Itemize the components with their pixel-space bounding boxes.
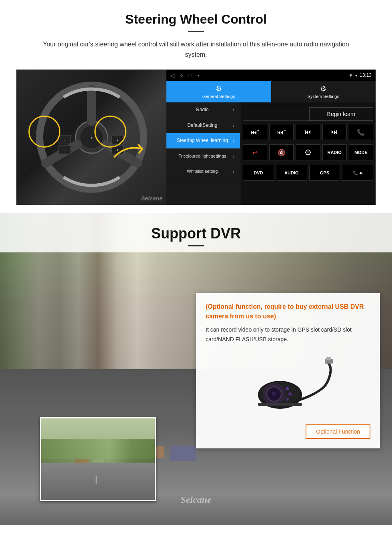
phone-hang-icon: ↩ — [252, 149, 258, 156]
dvr-screenshot-preview — [40, 417, 156, 501]
menu-radio-arrow: › — [233, 107, 234, 113]
dvr-info-card: (Optional function, require to buy exter… — [196, 293, 380, 448]
android-content: Radio › DefaultSetting › Steering Wheel … — [166, 102, 376, 205]
android-menu: Radio › DefaultSetting › Steering Wheel … — [166, 102, 240, 205]
menu-steering-arrow: › — [233, 138, 234, 144]
begin-learn-button[interactable]: Begin learn — [309, 107, 373, 121]
android-statusbar: ◁ ○ □ ▪ ▼ ▾ 13:13 — [166, 70, 376, 81]
menu-tricoloured-label: Tricoloured light settings — [172, 153, 233, 159]
title-divider — [188, 31, 204, 32]
ctrl-audio-btn[interactable]: AUDIO — [276, 165, 307, 181]
dvr-section: Support DVR (Optional function, require … — [0, 213, 392, 525]
nav-back-icon[interactable]: ◁ — [170, 72, 174, 78]
tab-system-label: System Settings — [308, 94, 339, 99]
signal-icon: ▼ — [349, 73, 353, 78]
vol-down-icon: ⏮− — [277, 128, 286, 136]
android-controls-panel: Begin learn ⏮+ ⏮− ⏮ — [240, 102, 376, 205]
svg-point-23 — [286, 387, 289, 390]
optional-function-button[interactable]: Optional Function — [306, 424, 370, 439]
nav-menu-icon[interactable]: ▪ — [198, 72, 346, 78]
seicane-watermark-2: Seicane — [180, 494, 211, 505]
ctrl-row-2: ↩ 🔇 ⏻ RADIO MODE — [243, 144, 373, 160]
menu-item-radio[interactable]: Radio › — [166, 102, 240, 118]
steering-section: Steering Wheel Control Your original car… — [0, 0, 392, 213]
ctrl-phone-hang[interactable]: ↩ — [243, 144, 267, 160]
menu-item-default[interactable]: DefaultSetting › — [166, 118, 240, 134]
optional-function-area: Optional Function — [206, 421, 370, 424]
ctrl-phone-answer[interactable]: 📞 — [349, 124, 373, 140]
road-marking — [96, 476, 97, 484]
dvd-label: DVD — [254, 170, 263, 175]
mode-label: MODE — [354, 150, 368, 155]
menu-steering-label: Steering Wheel learning — [172, 138, 233, 144]
vol-up-icon: ⏮+ — [251, 128, 260, 136]
empty-assign-area — [243, 105, 309, 121]
screenshot-trees — [41, 439, 155, 463]
audio-label: AUDIO — [284, 170, 298, 175]
svg-text:+: + — [64, 138, 66, 142]
steering-subtitle: Your original car's steering wheel contr… — [32, 39, 360, 60]
steering-photo: ● + − ▲ ▼ Seicane — [16, 70, 166, 205]
menu-item-steering[interactable]: Steering Wheel learning › — [166, 133, 240, 149]
tab-general-settings[interactable]: ⚙ General Settings — [166, 81, 271, 102]
menu-tricoloured-arrow: › — [233, 153, 234, 159]
menu-default-label: DefaultSetting — [172, 122, 233, 129]
android-ui: ◁ ○ □ ▪ ▼ ▾ 13:13 ⚙ General Settings ⚙ S… — [166, 70, 376, 205]
svg-rect-16 — [326, 357, 331, 360]
wifi-icon: ▾ — [355, 73, 357, 78]
statusbar-time: 13:13 — [360, 72, 372, 78]
tab-general-label: General Settings — [202, 94, 235, 99]
dvr-title-box: Support DVR — [0, 213, 392, 252]
steering-title: Steering Wheel Control — [16, 12, 376, 27]
svg-point-27 — [263, 383, 285, 405]
dvr-description: It can record video only to storage in G… — [206, 325, 370, 344]
gps-label: GPS — [320, 170, 329, 175]
radio-label: RADIO — [327, 150, 341, 155]
ctrl-power[interactable]: ⏻ — [296, 144, 320, 160]
phone-media-icon: 📞⏮ — [353, 170, 363, 176]
next-track-icon: ⏭ — [331, 128, 338, 136]
nav-home-icon[interactable]: ○ — [180, 72, 183, 78]
menu-item-tricoloured[interactable]: Tricoloured light settings › — [166, 149, 240, 164]
menu-default-arrow: › — [233, 122, 234, 128]
ctrl-mode-btn[interactable]: MODE — [349, 144, 373, 160]
dvr-optional-notice: (Optional function, require to buy exter… — [206, 302, 370, 321]
ctrl-row-3: DVD AUDIO GPS 📞⏮ — [243, 165, 373, 181]
dvr-title: Support DVR — [12, 225, 380, 242]
steering-composite: ● + − ▲ ▼ Seicane — [16, 69, 376, 205]
screenshot-road — [41, 459, 155, 500]
ctrl-mute[interactable]: 🔇 — [269, 144, 294, 160]
ctrl-radio-btn[interactable]: RADIO — [322, 144, 347, 160]
ctrl-vol-down[interactable]: ⏮− — [269, 124, 294, 140]
menu-radio-label: Radio — [172, 107, 233, 113]
dvr-title-divider — [188, 245, 204, 246]
svg-text:−: − — [64, 148, 66, 152]
mute-icon: 🔇 — [278, 149, 286, 156]
settings-icon: ⚙ — [216, 84, 222, 93]
ctrl-gps-btn[interactable]: GPS — [309, 165, 340, 181]
ctrl-dvd-btn[interactable]: DVD — [243, 165, 274, 181]
seicane-watermark-1: Seicane — [141, 195, 162, 202]
menu-item-whitelist[interactable]: Whitelist setting › — [166, 164, 240, 179]
tab-system-settings[interactable]: ⚙ System Settings — [271, 81, 376, 102]
android-tabs: ⚙ General Settings ⚙ System Settings — [166, 81, 376, 102]
prev-track-icon: ⏮ — [305, 128, 311, 136]
svg-point-24 — [288, 392, 292, 396]
power-icon: ⏻ — [305, 149, 311, 156]
dvr-background-scene: Support DVR (Optional function, require … — [0, 213, 392, 525]
svg-text:●: ● — [90, 136, 92, 140]
ctrl-vol-up[interactable]: ⏮+ — [243, 124, 267, 140]
yellow-arrow — [110, 141, 150, 173]
dvr-camera-illustration — [206, 351, 370, 415]
ctrl-prev-track[interactable]: ⏮ — [296, 124, 320, 140]
ctrl-phone-media[interactable]: 📞⏮ — [342, 165, 373, 181]
nav-recent-icon[interactable]: □ — [189, 72, 192, 78]
menu-whitelist-arrow: › — [233, 168, 234, 174]
svg-point-25 — [286, 398, 289, 401]
system-icon: ⚙ — [320, 84, 326, 93]
yellow-highlight-left — [28, 116, 60, 148]
car-3 — [170, 446, 196, 461]
menu-whitelist-label: Whitelist setting — [172, 168, 233, 174]
ctrl-next-track[interactable]: ⏭ — [322, 124, 347, 140]
camera-svg — [228, 351, 348, 415]
